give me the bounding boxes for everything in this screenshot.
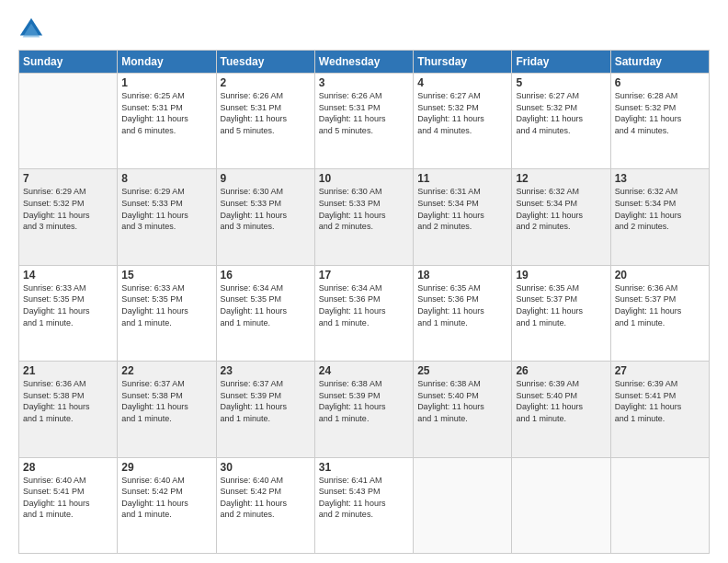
day-number: 10 [319,172,409,185]
day-number: 19 [516,269,606,282]
day-number: 24 [319,364,409,377]
day-number: 23 [221,364,311,377]
day-number: 25 [417,364,507,377]
calendar-cell [610,457,709,553]
day-info: Sunrise: 6:34 AM Sunset: 5:35 PM Dayligh… [221,282,311,328]
day-info: Sunrise: 6:30 AM Sunset: 5:33 PM Dayligh… [221,186,311,232]
calendar-cell: 11Sunrise: 6:31 AM Sunset: 5:34 PM Dayli… [414,169,512,265]
day-number: 17 [319,269,409,282]
day-number: 30 [221,461,311,474]
day-info: Sunrise: 6:37 AM Sunset: 5:38 PM Dayligh… [121,378,211,424]
calendar-cell: 23Sunrise: 6:37 AM Sunset: 5:39 PM Dayli… [216,362,314,457]
day-info: Sunrise: 6:25 AM Sunset: 5:31 PM Dayligh… [121,90,211,136]
calendar-cell: 28Sunrise: 6:40 AM Sunset: 5:41 PM Dayli… [19,457,118,553]
day-info: Sunrise: 6:40 AM Sunset: 5:42 PM Dayligh… [221,475,311,521]
calendar-week-row: 7Sunrise: 6:29 AM Sunset: 5:32 PM Daylig… [19,169,710,265]
day-info: Sunrise: 6:27 AM Sunset: 5:32 PM Dayligh… [417,90,507,136]
calendar-cell: 10Sunrise: 6:30 AM Sunset: 5:33 PM Dayli… [314,169,413,265]
day-info: Sunrise: 6:26 AM Sunset: 5:31 PM Dayligh… [221,90,311,136]
day-info: Sunrise: 6:38 AM Sunset: 5:40 PM Dayligh… [417,378,507,424]
day-info: Sunrise: 6:27 AM Sunset: 5:32 PM Dayligh… [516,90,606,136]
calendar-week-row: 21Sunrise: 6:36 AM Sunset: 5:38 PM Dayli… [19,362,710,457]
calendar-day-header: Wednesday [314,51,413,74]
calendar-day-header: Friday [512,51,610,74]
day-number: 22 [121,364,211,377]
day-info: Sunrise: 6:29 AM Sunset: 5:32 PM Dayligh… [23,186,113,232]
day-number: 3 [319,76,409,89]
day-number: 28 [23,461,113,474]
calendar-cell: 12Sunrise: 6:32 AM Sunset: 5:34 PM Dayli… [512,169,610,265]
calendar-week-row: 1Sunrise: 6:25 AM Sunset: 5:31 PM Daylig… [19,74,710,169]
day-number: 18 [417,269,507,282]
day-info: Sunrise: 6:31 AM Sunset: 5:34 PM Dayligh… [417,186,507,232]
day-number: 31 [319,461,409,474]
logo-icon [18,17,44,42]
calendar-cell: 18Sunrise: 6:35 AM Sunset: 5:36 PM Dayli… [414,265,512,361]
day-number: 29 [121,461,211,474]
calendar-cell: 24Sunrise: 6:38 AM Sunset: 5:39 PM Dayli… [314,362,413,457]
day-number: 26 [516,364,606,377]
day-number: 27 [615,364,705,377]
day-info: Sunrise: 6:26 AM Sunset: 5:31 PM Dayligh… [319,90,409,136]
day-info: Sunrise: 6:30 AM Sunset: 5:33 PM Dayligh… [319,186,409,232]
day-info: Sunrise: 6:28 AM Sunset: 5:32 PM Dayligh… [615,90,705,136]
day-number: 13 [615,172,705,185]
day-number: 8 [121,172,211,185]
calendar-cell: 8Sunrise: 6:29 AM Sunset: 5:33 PM Daylig… [118,169,216,265]
calendar-cell: 16Sunrise: 6:34 AM Sunset: 5:35 PM Dayli… [216,265,314,361]
day-info: Sunrise: 6:33 AM Sunset: 5:35 PM Dayligh… [121,282,211,328]
calendar-cell: 1Sunrise: 6:25 AM Sunset: 5:31 PM Daylig… [118,74,216,169]
day-number: 4 [417,76,507,89]
calendar-cell: 21Sunrise: 6:36 AM Sunset: 5:38 PM Dayli… [19,362,118,457]
day-info: Sunrise: 6:32 AM Sunset: 5:34 PM Dayligh… [615,186,705,232]
calendar-cell: 2Sunrise: 6:26 AM Sunset: 5:31 PM Daylig… [216,74,314,169]
calendar-cell: 13Sunrise: 6:32 AM Sunset: 5:34 PM Dayli… [610,169,709,265]
day-number: 15 [121,269,211,282]
calendar-cell: 6Sunrise: 6:28 AM Sunset: 5:32 PM Daylig… [610,74,709,169]
page: SundayMondayTuesdayWednesdayThursdayFrid… [0,0,728,563]
calendar-cell [512,457,610,553]
calendar-cell: 26Sunrise: 6:39 AM Sunset: 5:40 PM Dayli… [512,362,610,457]
day-number: 12 [516,172,606,185]
day-info: Sunrise: 6:36 AM Sunset: 5:38 PM Dayligh… [23,378,113,424]
calendar-cell: 15Sunrise: 6:33 AM Sunset: 5:35 PM Dayli… [118,265,216,361]
day-info: Sunrise: 6:36 AM Sunset: 5:37 PM Dayligh… [615,282,705,328]
calendar-header-row: SundayMondayTuesdayWednesdayThursdayFrid… [19,51,710,74]
calendar-cell: 14Sunrise: 6:33 AM Sunset: 5:35 PM Dayli… [19,265,118,361]
day-info: Sunrise: 6:33 AM Sunset: 5:35 PM Dayligh… [23,282,113,328]
calendar-cell: 20Sunrise: 6:36 AM Sunset: 5:37 PM Dayli… [610,265,709,361]
day-number: 14 [23,269,113,282]
calendar-cell: 30Sunrise: 6:40 AM Sunset: 5:42 PM Dayli… [216,457,314,553]
day-info: Sunrise: 6:32 AM Sunset: 5:34 PM Dayligh… [516,186,606,232]
calendar-table: SundayMondayTuesdayWednesdayThursdayFrid… [18,50,710,554]
calendar-cell: 7Sunrise: 6:29 AM Sunset: 5:32 PM Daylig… [19,169,118,265]
day-info: Sunrise: 6:35 AM Sunset: 5:37 PM Dayligh… [516,282,606,328]
day-info: Sunrise: 6:40 AM Sunset: 5:42 PM Dayligh… [121,475,211,521]
day-info: Sunrise: 6:29 AM Sunset: 5:33 PM Dayligh… [121,186,211,232]
calendar-cell: 17Sunrise: 6:34 AM Sunset: 5:36 PM Dayli… [314,265,413,361]
calendar-day-header: Tuesday [216,51,314,74]
day-info: Sunrise: 6:40 AM Sunset: 5:41 PM Dayligh… [23,475,113,521]
calendar-cell: 5Sunrise: 6:27 AM Sunset: 5:32 PM Daylig… [512,74,610,169]
day-number: 7 [23,172,113,185]
day-info: Sunrise: 6:34 AM Sunset: 5:36 PM Dayligh… [319,282,409,328]
calendar-day-header: Monday [118,51,216,74]
day-number: 11 [417,172,507,185]
day-number: 20 [615,269,705,282]
calendar-day-header: Saturday [610,51,709,74]
calendar-cell: 29Sunrise: 6:40 AM Sunset: 5:42 PM Dayli… [118,457,216,553]
day-info: Sunrise: 6:35 AM Sunset: 5:36 PM Dayligh… [417,282,507,328]
day-info: Sunrise: 6:41 AM Sunset: 5:43 PM Dayligh… [319,475,409,521]
calendar-day-header: Sunday [19,51,118,74]
calendar-cell [414,457,512,553]
calendar-cell: 22Sunrise: 6:37 AM Sunset: 5:38 PM Dayli… [118,362,216,457]
day-info: Sunrise: 6:37 AM Sunset: 5:39 PM Dayligh… [221,378,311,424]
day-number: 2 [221,76,311,89]
calendar-week-row: 28Sunrise: 6:40 AM Sunset: 5:41 PM Dayli… [19,457,710,553]
day-info: Sunrise: 6:39 AM Sunset: 5:41 PM Dayligh… [615,378,705,424]
logo [18,17,50,42]
calendar-cell: 27Sunrise: 6:39 AM Sunset: 5:41 PM Dayli… [610,362,709,457]
day-info: Sunrise: 6:38 AM Sunset: 5:39 PM Dayligh… [319,378,409,424]
day-number: 6 [615,76,705,89]
day-number: 1 [121,76,211,89]
